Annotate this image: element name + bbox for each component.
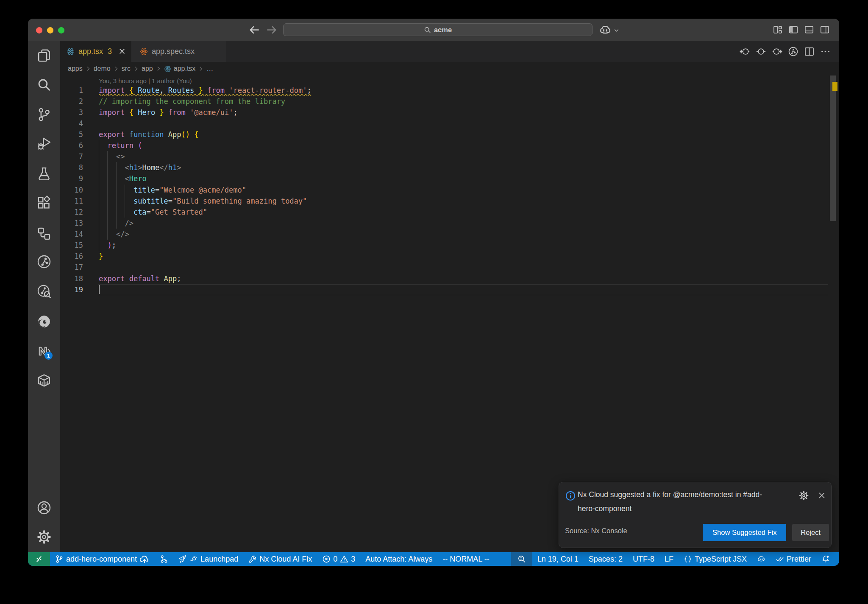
- code-token: Home: [142, 163, 159, 172]
- status-notifications-bell[interactable]: [816, 552, 835, 566]
- activity-bar-item-source-control[interactable]: [37, 107, 51, 122]
- line-number: 1: [60, 85, 83, 96]
- show-suggested-fix-button[interactable]: Show Suggested Fix: [703, 524, 786, 541]
- line-number: 7: [60, 151, 83, 162]
- status-eol[interactable]: LF: [659, 552, 679, 566]
- code-token: [99, 141, 107, 150]
- tab-app.tsx[interactable]: app.tsx3: [60, 41, 131, 62]
- breadcrumb-item-demo[interactable]: demo: [94, 65, 111, 73]
- activity-bar-item-project-graph[interactable]: [37, 226, 51, 241]
- breadcrumb-item-app.tsx[interactable]: app.tsx: [164, 65, 196, 73]
- activity-bar-item-testing[interactable]: [37, 166, 51, 181]
- line-number: 18: [60, 273, 83, 284]
- code-token: App: [164, 274, 177, 283]
- breadcrumb-separator-icon: [113, 66, 119, 72]
- activity-bar-item-containers[interactable]: [37, 373, 51, 388]
- nav-forward-icon[interactable]: [266, 24, 277, 36]
- tab-label: app.spec.tsx: [152, 47, 195, 56]
- line-number: 8: [60, 162, 83, 173]
- close-tab-icon: [118, 48, 126, 55]
- status-branch[interactable]: add-hero-component: [50, 552, 155, 566]
- prev-change-icon: [740, 46, 750, 57]
- status-zoom-indicator[interactable]: [511, 552, 532, 566]
- editor-group: app.tsx3app.spec.tsx appsdemosrcappapp.t…: [60, 41, 839, 552]
- status-indentation[interactable]: Spaces: 2: [584, 552, 628, 566]
- line-number: 5: [60, 129, 83, 140]
- status-formatter[interactable]: Prettier: [771, 552, 816, 566]
- activity-bar-item-extensions[interactable]: [37, 196, 51, 210]
- status-text: Spaces: 2: [589, 555, 623, 564]
- code-text: </>: [99, 229, 129, 240]
- status-cursor-position[interactable]: Ln 19, Col 1: [532, 552, 584, 566]
- code-editor[interactable]: You, 3 hours ago | 1 author (You)1import…: [60, 76, 839, 552]
- rocket-icon: [178, 555, 187, 563]
- breadcrumb-label: apps: [68, 65, 83, 73]
- breadcrumb-item-src[interactable]: src: [122, 65, 131, 73]
- code-text: export default App;: [99, 273, 181, 284]
- command-center-search[interactable]: acme: [283, 23, 593, 36]
- breadcrumb-item-app[interactable]: app: [142, 65, 153, 73]
- code-token: >: [138, 163, 142, 172]
- code-token: [134, 141, 138, 150]
- status-remote-indicator[interactable]: [28, 552, 50, 566]
- code-token: =: [147, 208, 151, 216]
- breadcrumb-item-apps[interactable]: apps: [68, 65, 83, 73]
- code-token: [134, 108, 138, 117]
- code-token: <>: [116, 152, 125, 161]
- status-vim-mode[interactable]: -- NORMAL --: [437, 552, 494, 566]
- code-text: // importing the component from the libr…: [99, 96, 285, 107]
- zoom-window-button[interactable]: [58, 27, 64, 34]
- code-token: App: [168, 130, 181, 139]
- code-line-6: 6 return (: [60, 140, 839, 151]
- react-icon: [67, 48, 75, 56]
- tab-app.spec.tsx[interactable]: app.spec.tsx: [131, 41, 226, 62]
- nav-back-icon[interactable]: [249, 24, 260, 36]
- code-token: h1: [168, 163, 177, 172]
- status-encoding[interactable]: UTF-8: [628, 552, 659, 566]
- scrollbar-slider[interactable]: [830, 76, 836, 221]
- error-icon: [322, 555, 331, 563]
- code-token: "Get Started": [151, 208, 207, 216]
- status-copilot[interactable]: [752, 552, 771, 566]
- status-problems[interactable]: 03: [317, 552, 360, 566]
- status-auto-attach[interactable]: Auto Attach: Always: [360, 552, 437, 566]
- split-editor-icon: [804, 46, 815, 57]
- current-change-icon: [756, 46, 766, 57]
- breadcrumb-separator-icon: [156, 66, 161, 72]
- minimize-window-button[interactable]: [47, 27, 53, 34]
- cloud-upload-icon: [139, 554, 150, 564]
- notification-settings-icon[interactable]: [799, 491, 809, 501]
- code-text: cta="Get Started": [99, 207, 207, 218]
- status-commit-graph[interactable]: [155, 552, 173, 566]
- status-text: TypeScript JSX: [695, 555, 747, 564]
- activity-bar-item-gitlens[interactable]: [37, 254, 51, 269]
- layout-customize-icon: [773, 25, 783, 35]
- next-change-icon: [772, 46, 782, 57]
- activity-bar-item-gitlens-inspect[interactable]: [37, 284, 51, 299]
- activity-bar-item-run-and-debug[interactable]: [37, 137, 51, 151]
- status-nx-cloud-ai-fix[interactable]: Nx Cloud AI Fix: [243, 552, 317, 566]
- layout-sidebar-right-icon: [820, 25, 830, 35]
- code-line-10: 10 title="Welcmoe @acme/demo": [60, 185, 839, 196]
- reject-button[interactable]: Reject: [792, 524, 829, 541]
- react-icon: [140, 48, 148, 56]
- code-token: default: [129, 274, 160, 283]
- notification-close-icon[interactable]: [818, 491, 826, 500]
- code-token: [125, 274, 129, 283]
- activity-bar-item-explorer[interactable]: [37, 48, 51, 63]
- line-number: 12: [60, 207, 83, 218]
- status-text: 3: [351, 555, 355, 564]
- status-text: Prettier: [787, 555, 811, 564]
- breadcrumb-item-…[interactable]: …: [206, 65, 213, 73]
- activity-bar-item-manage[interactable]: [37, 530, 51, 544]
- activity-bar-item-search[interactable]: [37, 78, 51, 92]
- status-language-mode[interactable]: TypeScript JSX: [679, 552, 752, 566]
- status-launchpad[interactable]: Launchpad: [173, 552, 243, 566]
- copilot-menu[interactable]: [599, 24, 620, 36]
- status-text: LF: [665, 555, 673, 564]
- code-line-9: 9 <Hero: [60, 173, 839, 184]
- activity-bar-item-edge-devtools[interactable]: [37, 314, 51, 329]
- command-center-text: acme: [434, 26, 452, 34]
- activity-bar-item-accounts[interactable]: [37, 501, 51, 515]
- close-window-button[interactable]: [36, 27, 42, 34]
